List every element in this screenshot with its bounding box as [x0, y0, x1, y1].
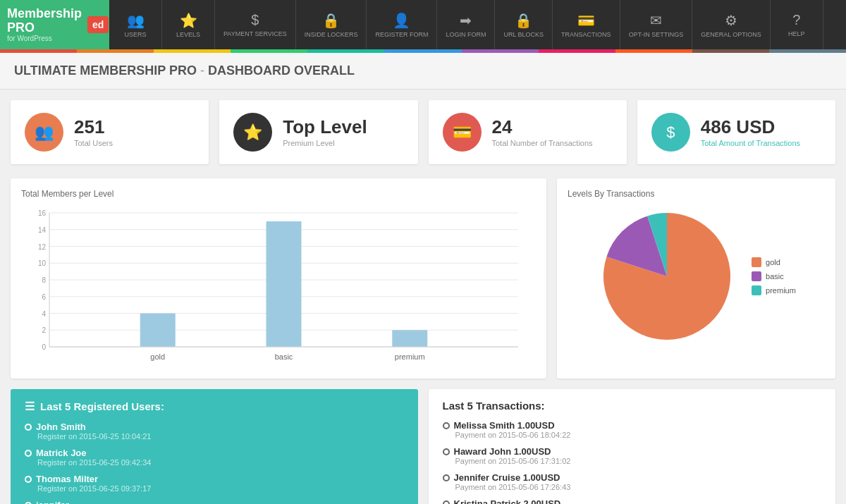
- stat-card-0: 👥 251 Total Users: [11, 100, 209, 164]
- tx-name: Melissa Smith 1.00USD: [443, 420, 822, 431]
- svg-text:10: 10: [38, 259, 47, 267]
- nav-label: GENERAL OPTIONS: [701, 31, 761, 38]
- tx-name: Haward John 1.00USD: [443, 446, 822, 457]
- users-list: John Smith Register on 2015-06-25 10:04:…: [25, 422, 404, 504]
- stat-value-2: 24: [492, 118, 593, 136]
- list-item: Matrick Joe Register on 2015-06-25 09:42…: [25, 448, 404, 467]
- user-name: jennifer: [25, 500, 404, 504]
- nav-item-register-form[interactable]: 👤REGISTER FORM: [367, 0, 437, 49]
- nav-item-help[interactable]: ?HELP: [771, 0, 823, 49]
- user-name: Thomas Milter: [25, 474, 404, 484]
- stat-info-3: 486 USD Total Amount of Transactions: [701, 118, 800, 147]
- tx-date: Payment on 2015-05-06 17:26:43: [455, 483, 822, 491]
- list-item: Jennifer Cruise 1.00USD Payment on 2015-…: [443, 472, 822, 491]
- nav: 👥USERS⭐LEVELS$PAYMENT SERVICES🔒INSIDE LO…: [109, 0, 846, 49]
- user-name-text: Thomas Milter: [36, 474, 98, 484]
- legend-item: gold: [752, 257, 796, 267]
- bar-chart-area: 0246810121416goldbasicpremium: [21, 206, 536, 368]
- stat-label-1: Premium Level: [283, 139, 367, 147]
- stat-label-2: Total Number of Transactions: [492, 139, 593, 147]
- svg-text:gold: gold: [150, 352, 165, 361]
- transactions-panel-title: Last 5 Transactions:: [443, 400, 822, 412]
- color-bar-segment: [384, 49, 461, 53]
- bar-chart-card: Total Members per Level 0246810121416gol…: [11, 178, 546, 379]
- list-item: Haward John 1.00USD Payment on 2015-05-0…: [443, 446, 822, 465]
- nav-item-payment-services[interactable]: $PAYMENT SERVICES: [215, 0, 296, 49]
- stat-value-1: Top Level: [283, 118, 367, 136]
- color-bar-segment: [154, 49, 231, 53]
- pie-chart-area: goldbasicpremium: [568, 206, 825, 347]
- nav-label: LEVELS: [176, 31, 200, 38]
- color-bar-segment: [615, 49, 692, 53]
- nav-item-levels[interactable]: ⭐LEVELS: [162, 0, 215, 49]
- nav-label: REGISTER FORM: [375, 31, 428, 38]
- color-bar-segment: [0, 49, 77, 53]
- stat-value-0: 251: [74, 118, 113, 136]
- svg-rect-18: [140, 314, 176, 348]
- users-panel-label: Last 5 Registered Users:: [40, 400, 164, 412]
- nav-item-url-blocks[interactable]: 🔒URL BLOCKS: [495, 0, 553, 49]
- nav-icon: ⭐: [180, 12, 197, 29]
- user-circle-icon: [25, 476, 32, 483]
- page-title-prefix: ULTIMATE MEMBERSHIP PRO: [14, 63, 197, 78]
- nav-icon: 👤: [393, 12, 410, 29]
- nav-item-general-options[interactable]: ⚙GENERAL OPTIONS: [692, 0, 771, 49]
- page-title-sep: -: [197, 63, 208, 78]
- user-circle-icon: [25, 424, 32, 431]
- user-circle-icon: [25, 502, 32, 505]
- stat-card-1: ⭐ Top Level Premium Level: [219, 100, 417, 164]
- svg-rect-22: [392, 330, 427, 347]
- stat-card-3: $ 486 USD Total Amount of Transactions: [637, 100, 835, 164]
- nav-label: HELP: [788, 30, 805, 37]
- stat-icon-0: 👥: [25, 113, 63, 152]
- list-item: Kristina Patrick 2.00USD: [443, 498, 822, 504]
- legend-item: premium: [752, 285, 796, 295]
- color-bar-segment: [462, 49, 539, 53]
- stat-card-2: 💳 24 Total Number of Transactions: [429, 100, 627, 164]
- nav-icon: ➡: [460, 12, 472, 29]
- transactions-panel: Last 5 Transactions: Melissa Smith 1.00U…: [429, 389, 836, 504]
- color-bar-segment: [77, 49, 154, 53]
- logo-badge: ed: [87, 16, 109, 33]
- pie-svg: [596, 206, 737, 347]
- nav-item-users[interactable]: 👥USERS: [109, 0, 162, 49]
- nav-icon: $: [251, 12, 259, 28]
- tx-name: Kristina Patrick 2.00USD: [443, 498, 822, 504]
- stat-info-0: 251 Total Users: [74, 118, 113, 147]
- nav-label: OPT-IN SETTINGS: [629, 31, 684, 38]
- user-name-text: Matrick Joe: [36, 448, 87, 458]
- color-bar-segment: [231, 49, 307, 53]
- tx-circle-icon: [443, 474, 450, 481]
- users-panel: ☰ Last 5 Registered Users: John Smith Re…: [11, 389, 418, 504]
- svg-text:4: 4: [42, 310, 46, 318]
- list-item: Melissa Smith 1.00USD Payment on 2015-05…: [443, 420, 822, 439]
- user-date: Register on 2015-06-25 09:37:17: [37, 484, 404, 493]
- list-item: Thomas Milter Register on 2015-06-25 09:…: [25, 474, 404, 493]
- stat-icon-2: 💳: [443, 113, 482, 152]
- legend-color: [752, 285, 761, 295]
- color-bar-segment: [769, 49, 846, 53]
- color-bar-segment: [692, 49, 769, 53]
- legend-label: gold: [766, 258, 780, 266]
- nav-item-opt-in-settings[interactable]: ✉OPT-IN SETTINGS: [620, 0, 693, 49]
- pie-legend: goldbasicpremium: [752, 257, 796, 295]
- svg-text:16: 16: [38, 209, 47, 217]
- nav-item-login-form[interactable]: ➡LOGIN FORM: [437, 0, 495, 49]
- nav-icon: ?: [792, 12, 800, 28]
- nav-label: LOGIN FORM: [446, 31, 486, 38]
- tx-circle-icon: [443, 500, 450, 505]
- user-name-text: John Smith: [36, 422, 86, 432]
- transactions-list: Melissa Smith 1.00USD Payment on 2015-05…: [443, 420, 822, 504]
- legend-color: [752, 257, 761, 267]
- nav-item-inside-lockers[interactable]: 🔒INSIDE LOCKERS: [296, 0, 367, 49]
- svg-text:basic: basic: [275, 352, 293, 361]
- tx-circle-icon: [443, 422, 450, 429]
- page-title-area: ULTIMATE MEMBERSHIP PRO - Dashboard Over…: [0, 53, 846, 90]
- nav-item-transactions[interactable]: 💳TRANSACTIONS: [553, 0, 620, 49]
- tx-date: Payment on 2015-05-06 18:04:22: [455, 431, 822, 439]
- svg-text:6: 6: [42, 293, 46, 301]
- user-date: Register on 2015-06-25 10:04:21: [37, 432, 404, 441]
- nav-icon: 👥: [127, 12, 145, 29]
- pie-chart-card: Levels By Transactions goldbasicpremium: [557, 178, 835, 379]
- svg-text:14: 14: [38, 226, 47, 234]
